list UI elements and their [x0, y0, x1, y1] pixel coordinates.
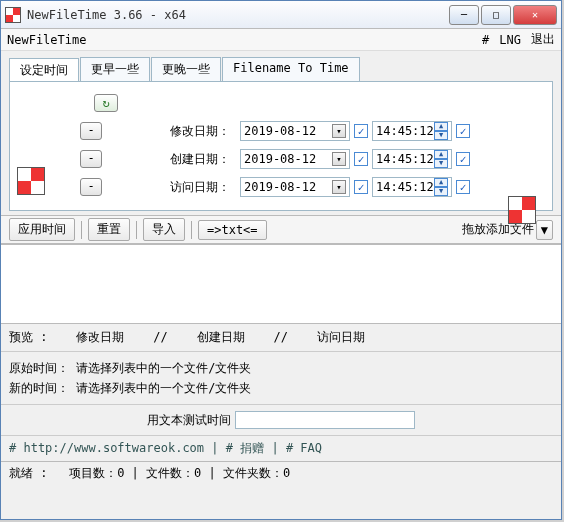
access-minus-button[interactable]: - — [80, 178, 102, 196]
orig-time-value: 请选择列表中的一个文件/文件夹 — [76, 361, 251, 375]
access-label: 访问日期： — [106, 179, 236, 196]
preview-label: 预览 : — [9, 330, 47, 344]
links-row: # http://www.softwareok.com | # 捐赠 | # F… — [1, 436, 561, 461]
link-website[interactable]: # http://www.softwareok.com — [9, 441, 204, 455]
create-date-value: 2019-08-12 — [244, 152, 316, 166]
action-toolbar: 应用时间 重置 导入 =>txt<= 拖放添加文件 ▼ — [1, 215, 561, 244]
status-items: 项目数：0 — [69, 466, 124, 480]
link-faq[interactable]: # FAQ — [286, 441, 322, 455]
menu-exit[interactable]: 退出 — [531, 31, 555, 48]
access-date-input[interactable]: 2019-08-12 ▾ — [240, 177, 350, 197]
tab-filename-to-time[interactable]: Filename To Time — [222, 57, 360, 81]
tab-panel: ↻ - 修改日期： 2019-08-12 ▾ ✓ 14:45:12 ▲▼ ✓ - — [9, 81, 553, 211]
row-access: - 访问日期： 2019-08-12 ▾ ✓ 14:45:12 ▲▼ ✓ — [16, 174, 546, 200]
txt-button[interactable]: =>txt<= — [198, 220, 267, 240]
modify-date-input[interactable]: 2019-08-12 ▾ — [240, 121, 350, 141]
spin-up-icon[interactable]: ▲ — [434, 178, 448, 187]
access-date-checkbox[interactable]: ✓ — [354, 180, 368, 194]
modify-time-value: 14:45:12 — [376, 124, 434, 138]
new-time-value: 请选择列表中的一个文件/文件夹 — [76, 381, 251, 395]
tab-earlier[interactable]: 更早一些 — [80, 57, 150, 81]
row-modify: - 修改日期： 2019-08-12 ▾ ✓ 14:45:12 ▲▼ ✓ — [16, 118, 546, 144]
file-list[interactable] — [1, 244, 561, 324]
app-icon — [5, 7, 21, 23]
menu-lng[interactable]: LNG — [499, 33, 521, 47]
test-input[interactable] — [235, 411, 415, 429]
preview-modify: 修改日期 — [76, 330, 124, 344]
minimize-button[interactable]: ─ — [449, 5, 479, 25]
create-time-checkbox[interactable]: ✓ — [456, 152, 470, 166]
modify-time-checkbox[interactable]: ✓ — [456, 124, 470, 138]
close-button[interactable]: ✕ — [513, 5, 557, 25]
app-window: NewFileTime 3.66 - x64 ─ □ ✕ NewFileTime… — [0, 0, 562, 520]
reset-button[interactable]: 重置 — [88, 218, 130, 241]
titlebar[interactable]: NewFileTime 3.66 - x64 ─ □ ✕ — [1, 1, 561, 29]
modify-time-input[interactable]: 14:45:12 ▲▼ — [372, 121, 452, 141]
drag-drop-menu[interactable]: ▼ — [536, 220, 553, 240]
new-time-label: 新的时间： — [9, 381, 69, 395]
tab-strip: 设定时间 更早一些 更晚一些 Filename To Time — [9, 57, 553, 81]
preview-row: 预览 : 修改日期 // 创建日期 // 访问日期 — [1, 324, 561, 352]
spin-up-icon[interactable]: ▲ — [434, 122, 448, 131]
access-date-value: 2019-08-12 — [244, 180, 316, 194]
status-bar: 就绪 : 项目数：0 | 文件数：0 | 文件夹数：0 — [1, 461, 561, 485]
pick-icon-left[interactable] — [17, 167, 45, 195]
access-time-value: 14:45:12 — [376, 180, 434, 194]
menu-hash[interactable]: # — [482, 33, 489, 47]
now-button[interactable]: ↻ — [94, 94, 118, 112]
preview-access: 访问日期 — [317, 330, 365, 344]
create-date-input[interactable]: 2019-08-12 ▾ — [240, 149, 350, 169]
spin-down-icon[interactable]: ▼ — [434, 159, 448, 168]
maximize-button[interactable]: □ — [481, 5, 511, 25]
access-time-input[interactable]: 14:45:12 ▲▼ — [372, 177, 452, 197]
import-button[interactable]: 导入 — [143, 218, 185, 241]
modify-date-value: 2019-08-12 — [244, 124, 316, 138]
spin-down-icon[interactable]: ▼ — [434, 131, 448, 140]
date-dropdown-icon[interactable]: ▾ — [332, 180, 346, 194]
modify-date-checkbox[interactable]: ✓ — [354, 124, 368, 138]
spin-up-icon[interactable]: ▲ — [434, 150, 448, 159]
create-time-input[interactable]: 14:45:12 ▲▼ — [372, 149, 452, 169]
test-row: 用文本测试时间 — [1, 404, 561, 436]
link-donate[interactable]: # 捐赠 — [226, 441, 264, 455]
tab-later[interactable]: 更晚一些 — [151, 57, 221, 81]
row-create: - 创建日期： 2019-08-12 ▾ ✓ 14:45:12 ▲▼ ✓ — [16, 146, 546, 172]
status-folders: 文件夹数：0 — [223, 466, 290, 480]
window-title: NewFileTime 3.66 - x64 — [27, 8, 449, 22]
modify-minus-button[interactable]: - — [80, 122, 102, 140]
access-time-checkbox[interactable]: ✓ — [456, 180, 470, 194]
info-block: 原始时间： 请选择列表中的一个文件/文件夹 新的时间： 请选择列表中的一个文件/… — [1, 352, 561, 404]
spin-down-icon[interactable]: ▼ — [434, 187, 448, 196]
status-ready: 就绪 : — [9, 466, 47, 480]
date-dropdown-icon[interactable]: ▾ — [332, 152, 346, 166]
orig-time-label: 原始时间： — [9, 361, 69, 375]
pick-icon-right[interactable] — [508, 196, 536, 224]
status-files: 文件数：0 — [146, 466, 201, 480]
menu-app-name[interactable]: NewFileTime — [7, 33, 86, 47]
modify-label: 修改日期： — [106, 123, 236, 140]
test-label: 用文本测试时间 — [147, 412, 231, 429]
tab-set-time[interactable]: 设定时间 — [9, 58, 79, 82]
apply-button[interactable]: 应用时间 — [9, 218, 75, 241]
date-dropdown-icon[interactable]: ▾ — [332, 124, 346, 138]
create-minus-button[interactable]: - — [80, 150, 102, 168]
menubar: NewFileTime # LNG 退出 — [1, 29, 561, 51]
create-label: 创建日期： — [106, 151, 236, 168]
create-date-checkbox[interactable]: ✓ — [354, 152, 368, 166]
preview-create: 创建日期 — [197, 330, 245, 344]
create-time-value: 14:45:12 — [376, 152, 434, 166]
